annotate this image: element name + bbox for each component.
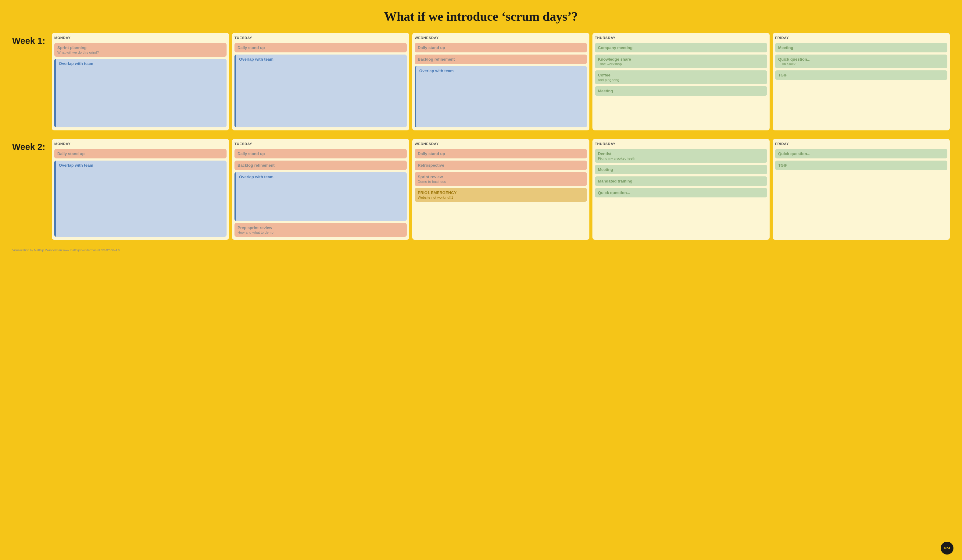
week-2-section: Week 2:MONDAYDaily stand upOverlap with … [12,139,950,240]
event-subtitle: Website not working!!1 [418,196,584,199]
day-header-5: FRIDAY [775,142,947,146]
week-2-day-1: MONDAYDaily stand upOverlap with team [52,139,229,240]
event-1-2-2[interactable]: Overlap with team [234,55,407,127]
event-subtitle: ... on Slack [778,62,944,66]
author-logo: NM [941,542,954,555]
event-1-3-2[interactable]: Backlog refinement [415,55,587,64]
event-title: PRIO1 EMERGENCY [418,190,584,195]
event-title: Mandated training [598,179,764,183]
event-2-2-2[interactable]: Backlog refinement [234,161,407,170]
event-title: Daily stand up [237,45,404,50]
event-2-5-2[interactable]: TGIF [775,161,947,170]
event-title: Quick question... [598,190,764,195]
event-1-2-1[interactable]: Daily stand up [234,43,407,52]
event-title: Retrospective [418,163,584,167]
event-2-4-3[interactable]: Mandated training [595,176,767,186]
event-1-5-1[interactable]: Meeting [775,43,947,52]
event-subtitle: Demo to business [418,180,584,183]
event-title: Daily stand up [418,45,584,50]
event-1-4-4[interactable]: Meeting [595,86,767,96]
event-title: Overlap with team [59,61,223,66]
event-subtitle: Tribe workshop [598,62,764,66]
event-title: Daily stand up [57,151,223,156]
day-header-2: TUESDAY [234,142,407,146]
day-header-1: MONDAY [54,36,226,40]
event-1-5-3[interactable]: TGIF [775,70,947,80]
day-header-1: MONDAY [54,142,226,146]
event-2-2-1[interactable]: Daily stand up [234,149,407,158]
event-1-4-2[interactable]: Knowledge shareTribe workshop [595,55,767,68]
event-2-3-2[interactable]: Retrospective [415,161,587,170]
week-2-day-5: FRIDAYQuick question...TGIF [773,139,950,240]
week-2-day-3: WEDNESDAYDaily stand upRetrospectiveSpri… [412,139,589,240]
event-2-4-1[interactable]: DentistFixing my crooked teeth [595,149,767,163]
event-title: Overlap with team [419,69,584,73]
event-title: Overlap with team [59,163,223,167]
day-header-2: TUESDAY [234,36,407,40]
event-1-1-2[interactable]: Overlap with team [54,59,226,127]
event-2-4-4[interactable]: Quick question... [595,188,767,198]
footer-text: Visualization by Matthijs Zwinderman www… [12,248,950,252]
event-title: Sprint review [418,175,584,179]
event-2-3-4[interactable]: PRIO1 EMERGENCYWebsite not working!!1 [415,188,587,202]
day-header-3: WEDNESDAY [415,142,587,146]
event-title: Daily stand up [418,151,584,156]
week-2-day-4: THURSDAYDentistFixing my crooked teethMe… [592,139,770,240]
event-1-4-3[interactable]: Coffeeand pingpong [595,70,767,84]
event-title: Meeting [598,89,764,93]
event-title: Backlog refinement [418,57,584,61]
event-1-4-1[interactable]: Company meeting [595,43,767,52]
event-1-3-1[interactable]: Daily stand up [415,43,587,52]
week-1-day-5: FRIDAYMeetingQuick question...... on Sla… [773,33,950,130]
day-header-4: THURSDAY [595,36,767,40]
event-title: TGIF [778,73,944,77]
week-1-day-2: TUESDAYDaily stand upOverlap with team [232,33,409,130]
event-title: Overlap with team [239,175,404,179]
week-1-section: Week 1:MONDAYSprint planningWhat will we… [12,33,950,130]
event-1-1-1[interactable]: Sprint planningWhat will we do this grin… [54,43,226,57]
event-title: Quick question... [778,57,944,61]
week-1-day-4: THURSDAYCompany meetingKnowledge shareTr… [592,33,770,130]
event-title: Meeting [598,167,764,172]
event-1-3-3[interactable]: Overlap with team [415,66,587,127]
week-1-label: Week 1: [12,33,52,46]
day-header-3: WEDNESDAY [415,36,587,40]
event-title: Daily stand up [237,151,404,156]
event-2-5-1[interactable]: Quick question... [775,149,947,158]
event-2-3-3[interactable]: Sprint reviewDemo to business [415,172,587,186]
event-title: Sprint planning [57,45,223,50]
week-2-day-2: TUESDAYDaily stand upBacklog refinementO… [232,139,409,240]
event-title: TGIF [778,163,944,167]
event-2-1-2[interactable]: Overlap with team [54,161,226,237]
event-2-2-4[interactable]: Prep sprint reviewHow and what to demo [234,223,407,237]
week-2-label: Week 2: [12,139,52,152]
event-title: Quick question... [778,151,944,156]
day-header-4: THURSDAY [595,142,767,146]
event-title: Overlap with team [239,57,404,61]
event-title: Company meeting [598,45,764,50]
event-title: Knowledge share [598,57,764,61]
event-title: Coffee [598,73,764,77]
event-2-4-2[interactable]: Meeting [595,165,767,174]
event-subtitle: How and what to demo [237,231,404,234]
event-subtitle: and pingpong [598,78,764,82]
week-1-day-1: MONDAYSprint planningWhat will we do thi… [52,33,229,130]
event-title: Meeting [778,45,944,50]
page-title: What if we introduce ‘scrum days’? [12,9,950,24]
event-subtitle: What will we do this grind? [57,51,223,54]
event-1-5-2[interactable]: Quick question...... on Slack [775,55,947,68]
event-2-2-3[interactable]: Overlap with team [234,172,407,221]
week-2-grid: MONDAYDaily stand upOverlap with teamTUE… [52,139,950,240]
day-header-5: FRIDAY [775,36,947,40]
week-1-day-3: WEDNESDAYDaily stand upBacklog refinemen… [412,33,589,130]
week-1-grid: MONDAYSprint planningWhat will we do thi… [52,33,950,130]
event-title: Dentist [598,151,764,156]
event-title: Backlog refinement [237,163,404,167]
event-2-1-1[interactable]: Daily stand up [54,149,226,158]
event-2-3-1[interactable]: Daily stand up [415,149,587,158]
event-title: Prep sprint review [237,225,404,230]
event-subtitle: Fixing my crooked teeth [598,157,764,160]
